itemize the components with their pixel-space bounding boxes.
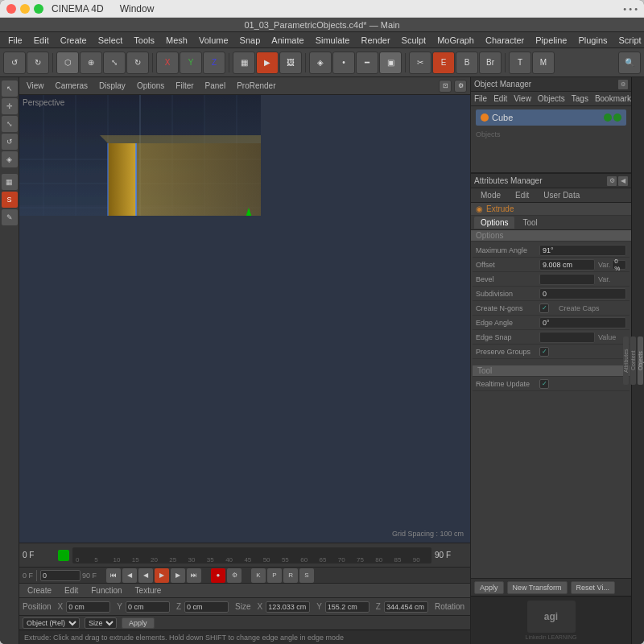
record-btn[interactable]: ● [211,568,225,583]
undo-btn[interactable]: ↺ [3,52,26,74]
menu-select[interactable]: Select [93,34,128,47]
size-x[interactable] [266,601,310,613]
render-btn[interactable]: ▶ [256,52,279,74]
position-y[interactable] [126,601,170,613]
position-x[interactable] [66,601,110,613]
x-axis-btn[interactable]: X [156,52,179,74]
attr-back-btn[interactable]: ◀ [618,176,628,186]
subdivision-value[interactable]: 0 [539,288,626,299]
coord-space-select[interactable]: Size [85,617,117,629]
attr-tab-userdata[interactable]: User Data [537,189,586,201]
minimize-button[interactable] [20,4,30,14]
material-btn[interactable]: M [532,52,555,74]
tool-material[interactable]: ▦ [2,174,18,190]
offset-var[interactable]: 0 % [612,260,626,270]
tab-panel[interactable]: Panel [201,80,230,91]
prev-play-btn[interactable]: ◀ [138,568,153,583]
redo-btn[interactable]: ↻ [27,52,49,74]
menu-mograph[interactable]: MoGraph [432,34,479,47]
preserve-groups-checkbox[interactable] [539,347,549,357]
tool-object[interactable]: ◈ [2,151,18,167]
knife-btn[interactable]: ✂ [409,52,431,74]
search-btn[interactable]: 🔍 [618,52,641,74]
om-objects[interactable]: Objects [538,94,565,103]
object-cube[interactable]: Cube [476,109,626,126]
rotate-btn[interactable]: ↻ [126,52,149,74]
menu-plugins[interactable]: Plugins [573,34,612,47]
tool-select[interactable]: ↖ [2,80,18,97]
tab-filter[interactable]: Filter [171,80,197,91]
size-y[interactable] [325,601,369,613]
key-btn[interactable]: K [251,568,266,583]
viewport-settings[interactable]: ⚙ [454,80,467,93]
window-menu[interactable]: Window [120,3,155,14]
play-btn[interactable]: ▶ [155,568,169,583]
autokey-btn[interactable]: ⚙ [227,568,242,583]
tool-move[interactable]: ✛ [2,98,18,114]
menu-animate[interactable]: Animate [266,34,308,47]
coord-tab-edit[interactable]: Edit [60,585,83,596]
menu-create[interactable]: Create [56,34,92,47]
menu-script[interactable]: Script [614,34,645,47]
attr-settings-btn[interactable]: ⚙ [607,176,617,186]
menu-character[interactable]: Character [481,34,529,47]
menu-tools[interactable]: Tools [129,34,159,47]
om-view[interactable]: View [514,94,531,103]
menu-render[interactable]: Render [356,34,394,47]
edge-angle-value[interactable]: 0° [539,317,626,328]
edge-mode-btn[interactable]: ━ [356,52,378,74]
realtime-checkbox[interactable] [539,379,549,389]
tab-options[interactable]: Options [474,217,514,229]
om-bookmarks[interactable]: Bookmarks [595,94,631,103]
texture-btn[interactable]: T [509,52,531,74]
scale-key-btn[interactable]: S [299,568,314,583]
offset-value[interactable]: 9.008 cm [539,259,595,270]
reset-view-btn[interactable]: Reset Vi... [571,581,615,594]
next-frame-btn[interactable]: ▶ [171,568,185,583]
z-axis-btn[interactable]: Z [203,52,225,74]
move-btn[interactable]: ⊕ [80,52,102,74]
right-tab-content[interactable]: Content [630,336,636,385]
om-tags[interactable]: Tags [572,94,588,103]
tab-display[interactable]: Display [95,80,130,91]
attr-tab-edit[interactable]: Edit [509,189,535,201]
rot-key-btn[interactable]: R [283,568,298,583]
menu-sculpt[interactable]: Sculpt [397,34,431,47]
close-button[interactable] [6,4,16,14]
bevel-value[interactable] [539,274,595,285]
ngons-checkbox[interactable] [539,303,549,313]
om-edit[interactable]: Edit [493,94,507,103]
coord-tab-texture[interactable]: Texture [130,585,167,596]
tab-options[interactable]: Options [133,80,168,91]
menu-simulate[interactable]: Simulate [311,34,355,47]
apply-button[interactable]: Apply [122,617,155,629]
tab-cameras[interactable]: Cameras [52,80,93,91]
live-select-btn[interactable]: ⬡ [56,52,79,74]
position-z[interactable] [184,601,229,613]
pos-key-btn[interactable]: P [267,568,282,583]
bridge-btn[interactable]: Br [479,52,502,74]
skip-start-btn[interactable]: ⏮ [106,568,121,583]
frame-input[interactable] [40,570,80,581]
coord-mode-select[interactable]: Object (Rel) World [23,617,80,629]
menu-pipeline[interactable]: Pipeline [530,34,572,47]
tool-paint[interactable]: ✎ [2,209,18,225]
y-axis-btn[interactable]: Y [180,52,202,74]
om-file[interactable]: File [474,94,487,103]
tool-s[interactable]: S [2,192,18,208]
object-mode-btn[interactable]: ◈ [309,52,332,74]
menu-snap[interactable]: Snap [235,34,266,47]
fullscreen-button[interactable] [34,4,43,14]
menu-mesh[interactable]: Mesh [161,34,192,47]
max-angle-value[interactable]: 91° [539,245,626,256]
menu-edit[interactable]: Edit [29,34,54,47]
tool-scale[interactable]: ⤡ [2,116,18,132]
viewport-maximize[interactable]: ⊡ [439,80,452,93]
extrude-btn[interactable]: E [432,52,455,74]
point-mode-btn[interactable]: • [332,52,355,74]
tab-view[interactable]: View [23,80,48,91]
tab-tool[interactable]: Tool [516,217,543,229]
attr-tab-mode[interactable]: Mode [474,189,507,201]
edge-snap-value[interactable] [539,332,595,343]
obj-visibility-editor[interactable] [604,114,612,122]
